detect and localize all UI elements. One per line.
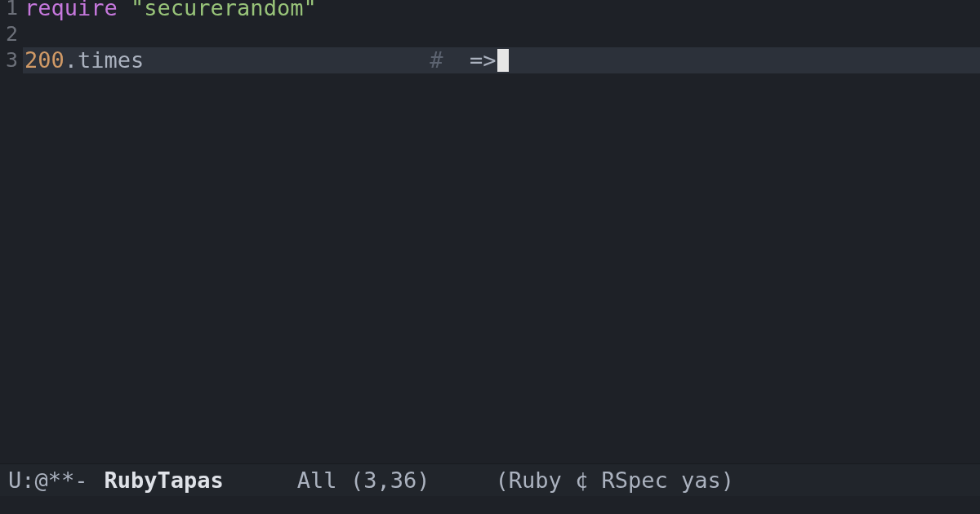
code-buffer[interactable]: require "securerandom" 200.times # => xyxy=(23,0,980,463)
whitespace xyxy=(118,0,131,21)
text-cursor xyxy=(497,49,509,72)
modeline-position: All (3,36) xyxy=(297,467,430,493)
dot-operator: . xyxy=(65,47,78,73)
code-area[interactable]: 1 2 3 require "securerandom" 200.times #… xyxy=(0,0,980,463)
method-name: times xyxy=(78,47,144,73)
code-line-2[interactable] xyxy=(23,21,980,47)
mode-line[interactable]: U:@**- RubyTapas All (3,36) (Ruby ¢ RSpe… xyxy=(0,463,980,496)
line-number: 2 xyxy=(0,21,18,47)
keyword-require: require xyxy=(24,0,118,21)
editor-frame: 1 2 3 require "securerandom" 200.times #… xyxy=(0,0,980,514)
modeline-buffer-name: RubyTapas xyxy=(105,467,224,493)
line3-content: 200.times # => xyxy=(24,47,980,73)
inline-comment: # => xyxy=(430,47,508,73)
number-literal: 200 xyxy=(24,47,65,73)
code-line-1[interactable]: require "securerandom" xyxy=(23,0,980,21)
line-number: 3 xyxy=(0,47,18,73)
line-number-gutter: 1 2 3 xyxy=(0,0,23,463)
string-quote-open: " xyxy=(131,0,144,21)
line-number: 1 xyxy=(0,0,18,21)
result-arrow: => xyxy=(443,47,497,73)
code-line-3-active[interactable]: 200.times # => xyxy=(23,47,980,73)
minibuffer[interactable] xyxy=(0,496,980,514)
line3-code: 200.times xyxy=(24,47,144,73)
string-quote-close: " xyxy=(303,0,316,21)
string-literal: securerandom xyxy=(144,0,303,21)
modeline-status: U:@**- xyxy=(8,467,88,493)
modeline-modes: (Ruby ¢ RSpec yas) xyxy=(495,467,734,493)
comment-hash: # xyxy=(430,47,443,73)
